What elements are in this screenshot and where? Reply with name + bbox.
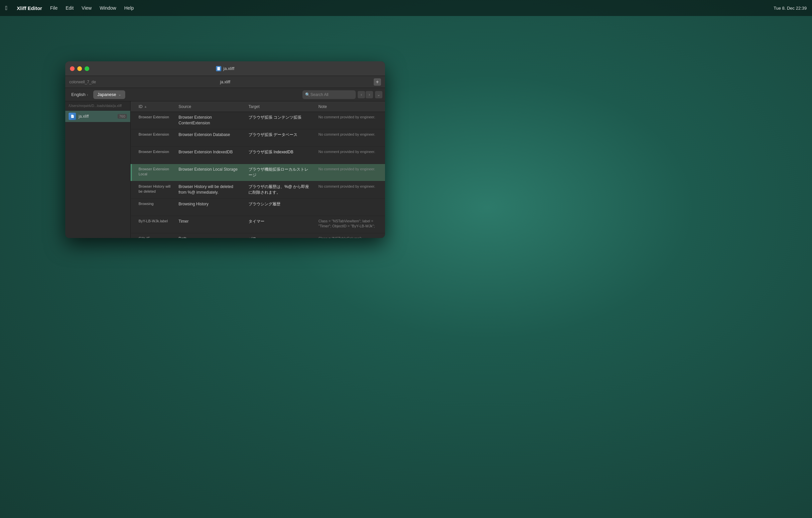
menu-view[interactable]: View [82,5,92,11]
main-content: /Users/mrqwirk/D...loads/data/ja.xliff 📄… [65,101,385,238]
row-indicator [130,199,135,216]
target-lang-chevron-icon: ⌄ [118,92,121,97]
traffic-lights [70,66,89,71]
cell-id: Browser Extension [135,129,175,146]
cell-id: Browser Extension [135,112,175,129]
table-row[interactable]: Browsing Browsing History ブラウシング履歴 [130,199,385,216]
pathbar-left-text: colorwell_7_de [69,80,173,84]
search-input[interactable] [302,90,356,99]
main-window: ja.xliff colorwell_7_de ja.xliff + Engli… [65,61,385,238]
cell-id: Browser History will be deleted [135,181,175,198]
row-indicator [130,181,135,198]
sidebar-path: /Users/mrqwirk/D...loads/data/ja.xliff [65,101,130,111]
menubar-right: Tue 8. Dec 22:39 [774,6,807,11]
app-name[interactable]: Xliff Editor [17,5,42,11]
cell-source: Browser Extension Local Storage [175,164,245,181]
pathbar-right: + [277,78,381,86]
add-button[interactable]: + [374,78,381,86]
nav-arrows: ‹ › [358,91,373,98]
table-row[interactable]: ByY-LB-WJk.label Timer タイマー Class = "NST… [130,216,385,233]
cell-note: Class = "NSTabViewItem"; label = "Timer"… [315,216,385,233]
row-indicator [130,112,135,129]
toolbar: English › Japanese ⌄ 🔍 ‹ › ⌄ [65,88,385,101]
target-language-label: Japanese [97,92,116,97]
cell-target: タイマー [245,216,315,233]
cell-target: ブラウザ拡張 データベース [245,129,315,146]
cell-id: Browser Extension Local [135,164,175,181]
th-note[interactable]: Note [315,104,385,109]
window-title-text: ja.xliff [224,66,234,71]
source-language-label: English [71,92,86,97]
th-id[interactable]: ID ▲ [135,104,175,109]
cell-note: No comment provided by engineer. [315,112,385,129]
file-icon [216,66,222,71]
source-language-selector[interactable]: English › [68,90,91,99]
cell-target: ブラウザ拡張 IndexedDB [245,147,315,164]
cell-target: ブラウザ拡張 コンテンツ拡張 [245,112,315,129]
th-source[interactable]: Source [175,104,245,109]
cell-id: C1h-IE-2LP.headerCell.title [135,233,175,238]
menu-file[interactable]: File [50,5,58,11]
minimize-button[interactable] [77,66,82,71]
cell-source: Browser Extension IndexedDB [175,147,245,164]
cell-target: ブラウシング履歴 [245,199,315,216]
target-language-wrapper: Japanese ⌄ [93,90,125,99]
table-row[interactable]: Browser Extension Browser Extension Cont… [130,112,385,129]
table-row[interactable]: Browser Extension Local Browser Extensio… [130,164,385,181]
cell-source: Browser History will be deleted from %@ … [175,181,245,198]
cell-target: ブラウザ機能拡張ローカルストレージ [245,164,315,181]
table-row[interactable]: C1h-IE-2LP.headerCell.title Path パス Clas… [130,233,385,238]
fullscreen-button[interactable] [85,66,89,71]
search-container: 🔍 [302,90,356,99]
th-id-sort-icon: ▲ [144,105,147,108]
cell-target: パス [245,233,315,238]
pathbar-center-text: ja.xliff [173,80,277,84]
th-target[interactable]: Target [245,104,315,109]
close-button[interactable] [70,66,75,71]
cell-id: Browsing [135,199,175,216]
source-lang-chevron-icon: › [87,93,88,97]
nav-next-button[interactable]: › [366,91,373,98]
table-row[interactable]: Browser Extension Browser Extension Data… [130,129,385,147]
cell-target: ブラウザの履歴は、%@ から即座に削除されます。 [245,181,315,198]
table-body: Browser Extension Browser Extension Cont… [130,112,385,238]
window-title: ja.xliff [216,66,234,71]
row-indicator [130,129,135,146]
sidebar-file-icon: 📄 [68,113,76,120]
sidebar-file-name: ja.xliff [79,114,115,119]
table-header: ID ▲ Source Target Note [130,101,385,112]
cell-source: Browser Extension Database [175,129,245,146]
row-indicator [130,216,135,233]
cell-source: Browsing History [175,199,245,216]
cell-source: Timer [175,216,245,233]
row-indicator-bar [130,164,132,181]
cell-note: No comment provided by engineer. [315,147,385,164]
cell-note: Class = "NSTableColumn"; headerCell.titl… [315,233,385,238]
cell-id: ByY-LB-WJk.label [135,216,175,233]
sidebar: /Users/mrqwirk/D...loads/data/ja.xliff 📄… [65,101,130,238]
search-wrapper: 🔍 ‹ › ⌄ [302,90,382,99]
table-row[interactable]: Browser Extension Browser Extension Inde… [130,147,385,164]
menu-help[interactable]: Help [124,5,134,11]
cell-note [315,199,385,216]
cell-id: Browser Extension [135,147,175,164]
target-language-selector[interactable]: Japanese ⌄ [93,90,125,99]
cell-note: No comment provided by engineer. [315,164,385,181]
menubar:  Xliff Editor File Edit View Window Hel… [0,0,812,16]
pathbar: colorwell_7_de ja.xliff + [65,76,385,88]
row-indicator [130,233,135,238]
nav-prev-button[interactable]: ‹ [358,91,365,98]
expand-button[interactable]: ⌄ [375,91,382,98]
sidebar-file-count: 760 [118,114,127,119]
apple-menu-icon[interactable]:  [5,5,8,12]
table-row[interactable]: Browser History will be deleted Browser … [130,181,385,199]
cell-source: Path [175,233,245,238]
table-area: ID ▲ Source Target Note Browser Extensio… [130,101,385,238]
menu-edit[interactable]: Edit [66,5,74,11]
menubar-datetime: Tue 8. Dec 22:39 [774,6,807,11]
sidebar-file-item[interactable]: 📄 ja.xliff 760 [65,111,130,122]
cell-source: Browser Extension ContentExtension [175,112,245,129]
cell-note: No comment provided by engineer. [315,129,385,146]
row-indicator [130,164,135,181]
menu-window[interactable]: Window [99,5,116,11]
